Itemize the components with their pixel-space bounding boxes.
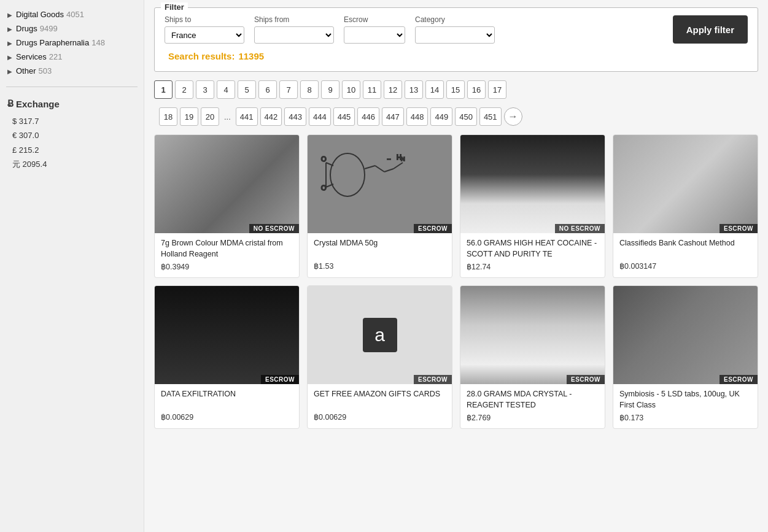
page-btn-7[interactable]: 7 bbox=[279, 80, 298, 99]
sidebar-count: 503 bbox=[39, 66, 52, 75]
product-card-p3[interactable]: NO ESCROW 56.0 GRAMS HIGH HEAT COCAINE -… bbox=[460, 134, 605, 278]
apply-filter-button[interactable]: Apply filter bbox=[673, 15, 748, 44]
page-btn-448[interactable]: 448 bbox=[406, 107, 429, 126]
page-btn-10[interactable]: 10 bbox=[342, 80, 360, 99]
page-btn-17[interactable]: 17 bbox=[488, 80, 506, 99]
page-btn-449[interactable]: 449 bbox=[430, 107, 452, 126]
sidebar-item-other[interactable]: ▶Other503 bbox=[6, 64, 138, 78]
sidebar: ▶Digital Goods4051▶Drugs9499▶Drugs Parap… bbox=[0, 0, 144, 532]
product-image-p3: NO ESCROW bbox=[460, 135, 605, 233]
page-btn-18[interactable]: 18 bbox=[159, 107, 177, 126]
page-btn-16[interactable]: 16 bbox=[467, 80, 486, 99]
page-btn-20[interactable]: 20 bbox=[201, 107, 219, 126]
product-image-p7: ESCROW bbox=[460, 286, 605, 384]
svg-line-8 bbox=[394, 163, 403, 169]
sidebar-item-digital-goods[interactable]: ▶Digital Goods4051 bbox=[6, 7, 138, 21]
main-content: Filter Ships to France United States Ger… bbox=[144, 0, 768, 532]
product-image-p5: ESCROW bbox=[155, 286, 299, 384]
page-btn-451[interactable]: 451 bbox=[479, 107, 502, 126]
products-grid: NO ESCROW 7g Brown Colour MDMA cristal f… bbox=[154, 134, 758, 429]
product-card-p8[interactable]: ESCROW Symbiosis - 5 LSD tabs, 100ug, UK… bbox=[613, 285, 758, 429]
svg-text:–: – bbox=[387, 156, 390, 162]
product-title-p1: 7g Brown Colour MDMA cristal from Hollan… bbox=[161, 238, 293, 260]
sidebar-label: Drugs Paraphernalia bbox=[16, 38, 89, 47]
product-card-p1[interactable]: NO ESCROW 7g Brown Colour MDMA cristal f… bbox=[154, 134, 300, 278]
pagination-ellipsis: ... bbox=[222, 112, 233, 121]
page-btn-3[interactable]: 3 bbox=[196, 80, 214, 99]
escrow-group: Escrow Yes No bbox=[344, 15, 405, 44]
sidebar-item-drugs-paraphernalia[interactable]: ▶Drugs Paraphernalia148 bbox=[6, 36, 138, 50]
page-btn-441[interactable]: 441 bbox=[236, 107, 258, 126]
product-card-p7[interactable]: ESCROW 28.0 GRAMS MDA CRYSTAL - REAGENT … bbox=[460, 285, 605, 429]
page-btn-445[interactable]: 445 bbox=[333, 107, 355, 126]
sidebar-item-services[interactable]: ▶Services221 bbox=[6, 50, 138, 64]
ships-to-label: Ships to bbox=[165, 15, 244, 24]
page-btn-5[interactable]: 5 bbox=[238, 80, 256, 99]
product-info-p4: Classifieds Bank Cashout Method ฿0.00314… bbox=[613, 233, 758, 277]
pagination-next-arrow[interactable]: → bbox=[504, 107, 522, 126]
escrow-select[interactable]: Yes No bbox=[344, 26, 405, 44]
page-btn-442[interactable]: 442 bbox=[260, 107, 282, 126]
exchange-label: Exchange bbox=[16, 99, 60, 109]
svg-text:O: O bbox=[321, 184, 327, 191]
page-btn-4[interactable]: 4 bbox=[217, 80, 235, 99]
product-image-p2: H N – O O ESCROW bbox=[308, 135, 452, 233]
sidebar-count: 221 bbox=[49, 52, 63, 61]
product-card-p4[interactable]: ESCROW Classifieds Bank Cashout Method ฿… bbox=[613, 134, 758, 278]
ships-from-label: Ships from bbox=[254, 15, 334, 24]
escrow-badge-p4: ESCROW bbox=[720, 224, 758, 233]
page-btn-2[interactable]: 2 bbox=[175, 80, 193, 99]
page-btn-450[interactable]: 450 bbox=[455, 107, 477, 126]
page-btn-12[interactable]: 12 bbox=[384, 80, 402, 99]
page-btn-14[interactable]: 14 bbox=[425, 80, 444, 99]
exchange-title: Ƀ Exchange bbox=[7, 98, 136, 109]
product-card-p2[interactable]: H N – O O ESCROW Crystal MDMA 50g ฿1.53 bbox=[307, 134, 452, 278]
search-results-value: 11395 bbox=[238, 51, 264, 61]
exchange-rate-£: £ 215.2 bbox=[12, 143, 136, 157]
page-btn-19[interactable]: 19 bbox=[180, 107, 198, 126]
pagination-container: 1234567891011121314151617 181920...44144… bbox=[154, 80, 758, 126]
ships-from-select[interactable] bbox=[254, 26, 334, 44]
page-btn-11[interactable]: 11 bbox=[363, 80, 381, 99]
page-btn-444[interactable]: 444 bbox=[309, 107, 331, 126]
bullet-icon: ▶ bbox=[7, 68, 12, 75]
sidebar-item-drugs[interactable]: ▶Drugs9499 bbox=[6, 21, 138, 36]
bullet-icon: ▶ bbox=[7, 26, 12, 33]
page-btn-6[interactable]: 6 bbox=[258, 80, 277, 99]
escrow-badge-p6: ESCROW bbox=[414, 375, 452, 384]
filter-box: Filter Ships to France United States Ger… bbox=[154, 7, 758, 72]
category-select[interactable] bbox=[415, 26, 495, 44]
ships-to-select[interactable]: France United States Germany United King… bbox=[165, 26, 244, 44]
product-card-p6[interactable]: a ESCROW GET FREE AMAZON GIFTS CARDS ฿0.… bbox=[307, 285, 452, 429]
product-card-p5[interactable]: ESCROW DATA EXFILTRATION ฿0.00629 bbox=[154, 285, 300, 429]
product-image-p8: ESCROW bbox=[613, 286, 758, 384]
bitcoin-icon: Ƀ bbox=[7, 98, 14, 109]
page-btn-13[interactable]: 13 bbox=[405, 80, 423, 99]
product-info-p2: Crystal MDMA 50g ฿1.53 bbox=[308, 233, 452, 277]
pagination-row2: 181920...4414424434444454464474484494504… bbox=[159, 107, 758, 126]
svg-point-0 bbox=[330, 153, 365, 196]
page-btn-443[interactable]: 443 bbox=[284, 107, 306, 126]
product-price-p3: ฿12.74 bbox=[467, 262, 599, 271]
product-title-p6: GET FREE AMAZON GIFTS CARDS bbox=[314, 389, 446, 410]
page-btn-15[interactable]: 15 bbox=[446, 80, 465, 99]
svg-text:N: N bbox=[401, 156, 405, 162]
escrow-badge-p7: ESCROW bbox=[567, 375, 605, 384]
page-btn-1[interactable]: 1 bbox=[154, 80, 173, 99]
product-price-p8: ฿0.173 bbox=[619, 413, 751, 422]
escrow-badge-p1: NO ESCROW bbox=[249, 224, 299, 233]
sidebar-count: 4051 bbox=[66, 10, 84, 19]
product-image-p4: ESCROW bbox=[613, 135, 758, 233]
exchange-section: Ƀ Exchange $ 317.7€ 307.0£ 215.2元 2095.4 bbox=[6, 96, 138, 174]
svg-text:O: O bbox=[321, 155, 327, 163]
escrow-badge-p2: ESCROW bbox=[414, 224, 452, 233]
page-btn-446[interactable]: 446 bbox=[357, 107, 379, 126]
escrow-badge-p3: NO ESCROW bbox=[555, 224, 605, 233]
exchange-rate-$: $ 317.7 bbox=[12, 114, 136, 128]
product-price-p2: ฿1.53 bbox=[314, 261, 446, 271]
page-btn-9[interactable]: 9 bbox=[321, 80, 339, 99]
page-btn-8[interactable]: 8 bbox=[300, 80, 319, 99]
product-title-p8: Symbiosis - 5 LSD tabs, 100ug, UK First … bbox=[619, 389, 751, 411]
product-title-p4: Classifieds Bank Cashout Method bbox=[619, 238, 751, 259]
page-btn-447[interactable]: 447 bbox=[382, 107, 404, 126]
